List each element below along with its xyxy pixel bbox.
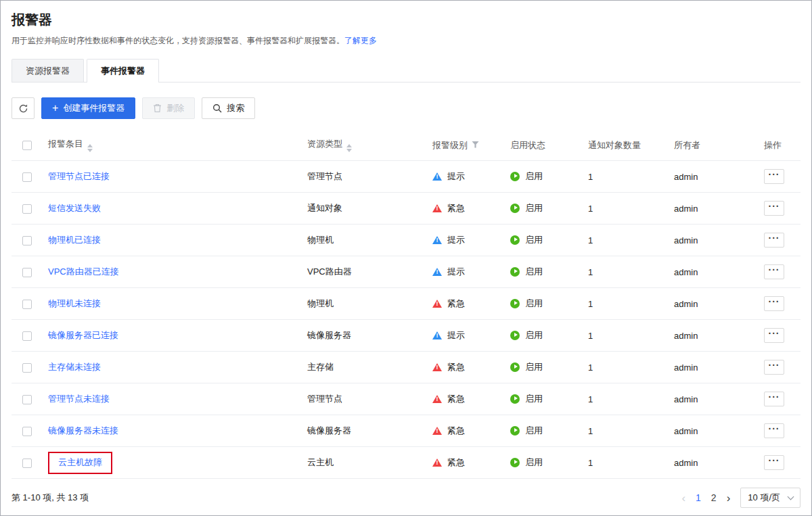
- alert-level-icon: [432, 172, 442, 181]
- notify-count: 1: [583, 383, 669, 415]
- alarm-name-link[interactable]: 物理机未连接: [48, 298, 101, 308]
- page-number-2[interactable]: 2: [711, 493, 717, 502]
- column-header-resource[interactable]: 资源类型: [302, 130, 427, 161]
- alert-level-icon: [432, 427, 442, 435]
- row-checkbox[interactable]: [22, 204, 32, 214]
- row-actions-button[interactable]: [764, 328, 784, 343]
- notify-count: 1: [583, 320, 669, 352]
- refresh-button[interactable]: [12, 97, 35, 119]
- resource-type: 通知对象: [302, 193, 427, 225]
- resource-type: 镜像服务器: [302, 415, 427, 447]
- page-subtitle-text: 用于监控并响应时序性数据和事件的状态变化，支持资源报警器、事件报警器和扩展报警器…: [12, 36, 344, 45]
- search-button[interactable]: 搜索: [202, 97, 255, 119]
- row-actions-button[interactable]: [764, 233, 784, 248]
- filter-icon[interactable]: [472, 141, 479, 148]
- alert-level-icon: [432, 300, 442, 308]
- notify-count: 1: [583, 288, 669, 320]
- row-actions-button[interactable]: [764, 360, 784, 375]
- row-actions-button[interactable]: [764, 264, 784, 279]
- alarm-name-link[interactable]: 管理节点未连接: [48, 394, 110, 404]
- alarm-name-link[interactable]: VPC路由器已连接: [48, 266, 119, 277]
- next-page-icon[interactable]: [727, 492, 731, 504]
- page-number-1[interactable]: 1: [696, 493, 701, 502]
- table-row: 管理节点已连接 管理节点 提示 启用 1 admin: [12, 161, 800, 193]
- row-actions-button[interactable]: [764, 392, 784, 406]
- status-label: 启用: [525, 425, 543, 437]
- page-subtitle: 用于监控并响应时序性数据和事件的状态变化，支持资源报警器、事件报警器和扩展报警器…: [12, 35, 800, 47]
- status-label: 启用: [525, 361, 543, 373]
- ellipsis-icon: [769, 365, 780, 370]
- row-checkbox[interactable]: [22, 427, 32, 436]
- owner: admin: [669, 161, 759, 193]
- ellipsis-icon: [769, 206, 780, 211]
- table-row: 管理节点未连接 管理节点 紧急 启用 1 admin: [12, 383, 800, 415]
- alarm-name-link[interactable]: 主存储未连接: [48, 362, 101, 372]
- create-event-alarm-button[interactable]: 创建事件报警器: [41, 97, 135, 119]
- event-alarm-table: 报警条目 资源类型 报警级别 启用状态 通知对象数量 所有者 操作 管理节点已连…: [12, 130, 800, 479]
- table-row: 镜像服务器未连接 镜像服务器 紧急 启用 1 admin: [12, 415, 800, 447]
- table-row: 短信发送失败 通知对象 紧急 启用 1 admin: [12, 193, 800, 225]
- search-label: 搜索: [227, 102, 244, 114]
- prev-page-icon[interactable]: [681, 492, 685, 504]
- alarm-name-link[interactable]: 镜像服务器未连接: [48, 425, 118, 436]
- ellipsis-icon: [769, 460, 780, 465]
- learn-more-link[interactable]: 了解更多: [344, 36, 377, 45]
- highlight-annotation-box: 云主机故障: [48, 452, 112, 474]
- resource-type: 管理节点: [302, 161, 427, 193]
- owner: admin: [669, 256, 759, 288]
- status-label: 启用: [525, 170, 543, 183]
- status-label: 启用: [525, 266, 543, 278]
- tab-resource-alarms[interactable]: 资源报警器: [12, 59, 84, 82]
- enabled-icon: [510, 394, 520, 404]
- page-size-select[interactable]: 10 项/页: [740, 488, 800, 508]
- notify-count: 1: [583, 415, 669, 447]
- tab-event-alarms[interactable]: 事件报警器: [87, 59, 159, 83]
- alarm-name-link[interactable]: 短信发送失败: [48, 203, 101, 213]
- row-actions-button[interactable]: [764, 296, 784, 311]
- row-actions-button[interactable]: [764, 169, 784, 184]
- sort-icon[interactable]: [346, 144, 352, 152]
- alarm-name-link[interactable]: 物理机已连接: [48, 235, 101, 245]
- row-checkbox[interactable]: [22, 172, 32, 182]
- alarm-page: 报警器 用于监控并响应时序性数据和事件的状态变化，支持资源报警器、事件报警器和扩…: [0, 0, 812, 516]
- row-checkbox[interactable]: [22, 236, 32, 245]
- alert-level-icon: [432, 363, 442, 371]
- sort-icon[interactable]: [87, 144, 93, 152]
- alert-level-label: 提示: [447, 234, 465, 246]
- alert-level-icon: [432, 395, 442, 403]
- column-header-name[interactable]: 报警条目: [43, 130, 302, 161]
- alert-level-icon: [432, 268, 442, 276]
- page-title: 报警器: [12, 10, 800, 29]
- ellipsis-icon: [769, 333, 780, 338]
- owner: admin: [669, 383, 759, 415]
- status-label: 启用: [525, 329, 543, 342]
- alarm-name-link[interactable]: 云主机故障: [58, 457, 102, 467]
- row-checkbox[interactable]: [22, 395, 32, 404]
- select-all-checkbox[interactable]: [22, 141, 32, 150]
- owner: admin: [669, 352, 759, 383]
- column-header-level[interactable]: 报警级别: [427, 130, 505, 161]
- row-checkbox[interactable]: [22, 300, 32, 309]
- toolbar: 创建事件报警器 删除 搜索: [12, 97, 800, 119]
- row-checkbox[interactable]: [22, 459, 32, 468]
- alarm-name-link[interactable]: 镜像服务器已连接: [48, 330, 118, 340]
- row-actions-button[interactable]: [764, 455, 784, 470]
- enabled-icon: [510, 204, 520, 213]
- enabled-icon: [510, 299, 520, 308]
- page-header: 报警器 用于监控并响应时序性数据和事件的状态变化，支持资源报警器、事件报警器和扩…: [12, 1, 800, 47]
- row-checkbox[interactable]: [22, 363, 32, 373]
- delete-button[interactable]: 删除: [142, 97, 195, 119]
- row-checkbox[interactable]: [22, 268, 32, 277]
- column-header-owner: 所有者: [669, 130, 759, 161]
- row-checkbox[interactable]: [22, 331, 32, 341]
- enabled-icon: [510, 235, 520, 245]
- table-row: 物理机未连接 物理机 紧急 启用 1 admin: [12, 288, 800, 320]
- alarm-name-link[interactable]: 管理节点已连接: [48, 171, 110, 181]
- table-row: 云主机故障 云主机 紧急 启用 1 admin: [12, 447, 800, 479]
- refresh-icon: [18, 103, 28, 114]
- notify-count: 1: [583, 193, 669, 225]
- row-actions-button[interactable]: [764, 423, 784, 438]
- chevron-down-icon: [788, 494, 794, 500]
- row-actions-button[interactable]: [764, 201, 784, 216]
- alert-level-label: 紧急: [447, 425, 465, 437]
